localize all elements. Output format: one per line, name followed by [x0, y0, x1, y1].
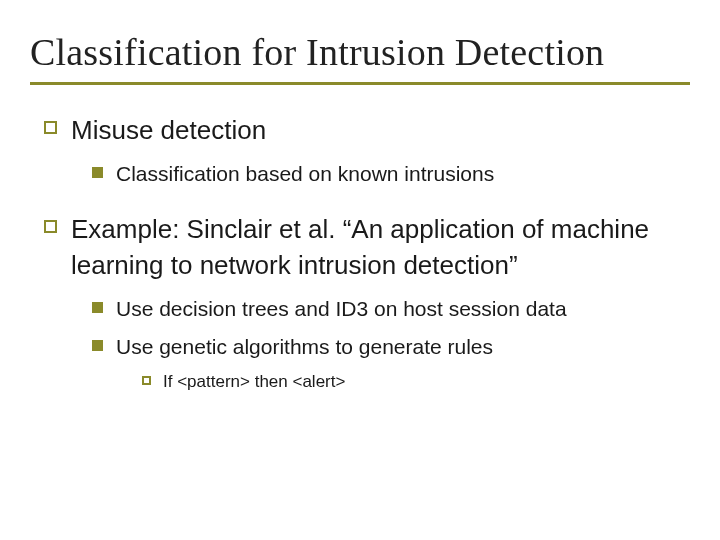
bullet-level1: Example: Sinclair et al. “An application…: [44, 212, 690, 282]
bullet-level1: Misuse detection: [44, 113, 690, 148]
title-underline: [30, 82, 690, 85]
bullet-text: Misuse detection: [71, 113, 690, 148]
bullet-level2: Use decision trees and ID3 on host sessi…: [92, 295, 690, 323]
bullet-text: Use decision trees and ID3 on host sessi…: [116, 295, 690, 323]
slide-title: Classification for Intrusion Detection: [30, 30, 690, 74]
bullet-level2: Use genetic algorithms to generate rules: [92, 333, 690, 361]
bullet-square-solid-icon: [92, 302, 103, 313]
bullet-square-solid-icon: [92, 167, 103, 178]
bullet-text: Classification based on known intrusions: [116, 160, 690, 188]
bullet-text: Use genetic algorithms to generate rules: [116, 333, 690, 361]
bullet-text: If <pattern> then <alert>: [163, 371, 690, 394]
spacer: [30, 198, 690, 212]
bullet-level3: If <pattern> then <alert>: [142, 371, 690, 394]
bullet-square-outline-icon: [44, 220, 57, 233]
bullet-level2: Classification based on known intrusions: [92, 160, 690, 188]
bullet-square-solid-icon: [92, 340, 103, 351]
bullet-square-outline-icon: [44, 121, 57, 134]
bullet-square-outline-icon: [142, 376, 151, 385]
slide: Classification for Intrusion Detection M…: [0, 0, 720, 540]
bullet-text: Example: Sinclair et al. “An application…: [71, 212, 690, 282]
